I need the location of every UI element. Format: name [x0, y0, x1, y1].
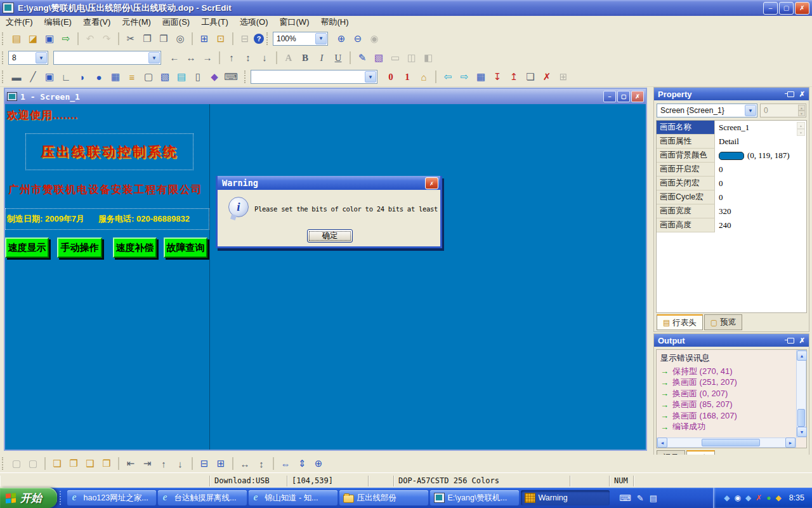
find-icon[interactable]: ◎	[173, 31, 188, 46]
scroll-up-icon[interactable]: ▲	[797, 351, 807, 361]
align-text-right-icon[interactable]: →	[200, 50, 215, 65]
design-canvas[interactable]: 欢迎使用....... 压出线联动控制系统 广州市赞联机电设备安装工程有限公司 …	[5, 104, 646, 450]
toolbar-grip[interactable]	[2, 457, 5, 470]
object-index-spinner[interactable]: 0 ▲▼	[760, 104, 806, 117]
rectangle-tool-icon[interactable]: ▬	[9, 69, 24, 84]
output-message[interactable]: →换画面 (0, 207)	[660, 388, 806, 399]
ungroup-icon[interactable]: ▢	[25, 456, 41, 471]
same-height-icon[interactable]: ⇕	[294, 456, 310, 471]
static-text-tool-icon[interactable]: ≡	[124, 69, 140, 84]
property-row[interactable]: 画面开启宏 0	[657, 163, 806, 177]
font-size-combo[interactable]: 8▼	[8, 51, 48, 65]
screen-minimize-button[interactable]: –	[603, 91, 616, 102]
messenger-icon[interactable]: ◆	[724, 494, 730, 502]
same-size-icon[interactable]: ⊕	[311, 456, 326, 471]
chevron-down-icon[interactable]: ▼	[148, 52, 160, 64]
scroll-right-icon[interactable]: ►	[785, 438, 796, 448]
vertical-scrollbar[interactable]: ▲ ▼	[796, 350, 806, 438]
open-screen-icon[interactable]: ⊡	[213, 31, 228, 46]
security-shield-icon[interactable]: ◆	[775, 494, 781, 502]
arc-tool-icon[interactable]: ◗	[75, 69, 90, 84]
underline-icon[interactable]: U	[331, 50, 346, 65]
picture-element-icon[interactable]: ▧	[157, 69, 173, 84]
new-file-icon[interactable]: ▤	[9, 31, 24, 46]
filled-rect-tool-icon[interactable]: ▣	[42, 69, 57, 84]
image-tool-icon[interactable]: ▧	[371, 50, 386, 65]
menu-item[interactable]: 文件(F)	[0, 15, 39, 29]
ok-button[interactable]: 确定	[307, 229, 353, 243]
screen-button[interactable]: 故障查询	[164, 237, 207, 258]
horizontal-scrollbar[interactable]: ◄ ►	[657, 438, 796, 448]
ellipse-tool-icon[interactable]: ●	[91, 69, 107, 84]
output-message[interactable]: →编译成功	[660, 422, 806, 433]
align-text-left-icon[interactable]: ←	[167, 50, 182, 65]
screen-button[interactable]: 手动操作	[57, 237, 102, 258]
property-row[interactable]: 画面名称 Screen_1	[657, 121, 806, 135]
menu-item[interactable]: 元件(M)	[116, 15, 157, 29]
screen-list-icon[interactable]: ❏	[523, 69, 538, 84]
delete-screen-icon[interactable]: ✗	[539, 69, 554, 84]
taskbar-item[interactable]: 锦山知道 - 知...	[249, 490, 337, 505]
same-width-icon[interactable]: ⇔	[278, 456, 293, 471]
form-icon[interactable]: ⌂	[416, 69, 431, 84]
screen-window-title-bar[interactable]: 1 - Screen_1 –▢✗	[5, 89, 646, 104]
bring-to-front-icon[interactable]: ❏	[49, 456, 65, 471]
property-row[interactable]: 画面宽度 320	[657, 204, 806, 218]
output-message[interactable]: →换画面 (251, 207)	[660, 377, 806, 389]
italic-icon[interactable]: I	[314, 50, 329, 65]
align-text-center-icon[interactable]: ↔	[183, 50, 199, 65]
menu-item[interactable]: 查看(V)	[77, 15, 116, 29]
toolbar-grip[interactable]	[2, 32, 5, 45]
prev-screen-icon[interactable]: ⇦	[440, 69, 455, 84]
taskbar-item[interactable]: hao123网址之家...	[67, 490, 156, 505]
export-icon[interactable]: ⇨	[58, 31, 74, 46]
screen-maximize-button[interactable]: ▢	[617, 91, 630, 102]
tab-preview[interactable]: ▢预览	[704, 314, 742, 330]
taskbar-item[interactable]: Warning	[521, 490, 610, 505]
screen-button[interactable]: 速度补偿	[113, 237, 157, 258]
toolbar-grip[interactable]	[2, 51, 5, 64]
space-across-icon[interactable]: ↔	[237, 456, 252, 471]
download-screen-icon[interactable]: ↧	[490, 69, 505, 84]
minimize-button[interactable]: –	[763, 2, 778, 15]
toolbar-grip[interactable]	[244, 70, 247, 83]
font-name-combo[interactable]: ▼	[53, 51, 161, 65]
property-row[interactable]: 画面Cycle宏 0	[657, 190, 806, 204]
menu-item[interactable]: 选项(O)	[234, 15, 274, 29]
chevron-down-icon[interactable]: ▼	[365, 71, 376, 83]
property-row[interactable]: 画面属性 Detail	[657, 135, 806, 149]
maximize-button[interactable]: ▢	[779, 2, 794, 15]
paste-icon[interactable]: ❒	[156, 31, 171, 46]
align-text-top-icon[interactable]: ↑	[224, 50, 239, 65]
print-icon[interactable]: ⊟	[237, 31, 252, 46]
macro-table-icon[interactable]: ▦	[473, 69, 488, 84]
property-row[interactable]: 画面背景颜色 (0, 119, 187)	[657, 149, 806, 163]
taskbar-item[interactable]: 台达触摸屏离线...	[158, 490, 247, 505]
center-horizontal-icon[interactable]: ⊟	[197, 456, 212, 471]
align-text-middle-icon[interactable]: ↕	[240, 50, 256, 65]
font-color-icon[interactable]: A	[281, 50, 296, 65]
upload-screen-icon[interactable]: ↥	[506, 69, 521, 84]
copy-icon[interactable]: ❐	[140, 31, 155, 46]
spin-up-icon[interactable]: ▲	[798, 105, 805, 110]
state-1-icon[interactable]: 1	[400, 69, 415, 84]
frame-tool-icon[interactable]: ▭	[388, 50, 403, 65]
center-vertical-icon[interactable]: ⊞	[213, 456, 228, 471]
menu-item[interactable]: 编辑(E)	[39, 15, 77, 29]
zoom-combo[interactable]: 100%▼	[273, 32, 328, 46]
flip-tool-icon[interactable]: ◧	[421, 50, 436, 65]
help-icon[interactable]: ?	[254, 34, 264, 44]
taskbar-item[interactable]: E:\yang\赞联机...	[430, 490, 519, 505]
dialog-close-icon[interactable]: ✗	[425, 177, 438, 189]
ime-panel-icon[interactable]: ▤	[650, 493, 657, 503]
menu-item[interactable]: 画面(S)	[157, 15, 195, 29]
element-state-combo[interactable]: ▼	[251, 70, 377, 84]
bold-icon[interactable]: B	[298, 50, 313, 65]
chevron-down-icon[interactable]: ▼	[36, 52, 47, 64]
toolbar-grip[interactable]	[2, 70, 5, 83]
rotate-tool-icon[interactable]: ◫	[404, 50, 419, 65]
chevron-down-icon[interactable]: ▼	[745, 105, 756, 116]
screen-button[interactable]: 速度显示	[5, 237, 49, 258]
close-icon[interactable]: ✗	[799, 337, 805, 345]
display-element-icon[interactable]: ▤	[174, 69, 189, 84]
